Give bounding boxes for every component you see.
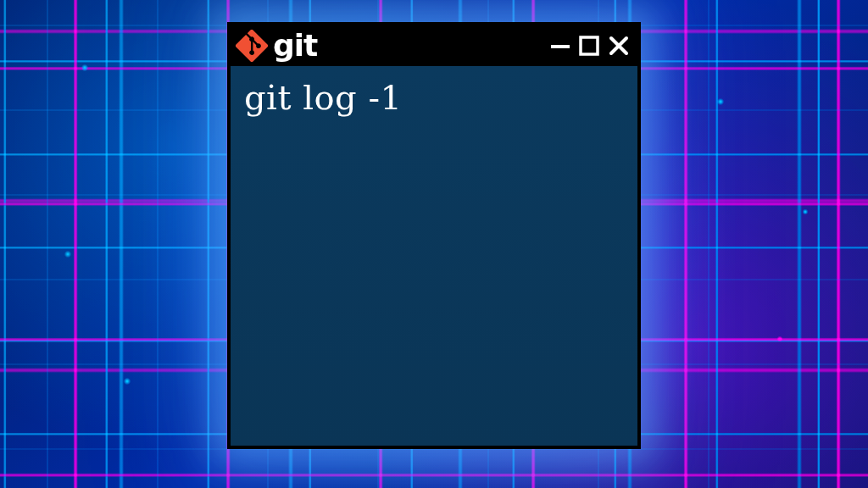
svg-rect-0 (551, 45, 570, 48)
git-logo-icon (236, 30, 268, 62)
terminal-body[interactable]: git log -1 (231, 66, 637, 446)
window-controls (549, 34, 631, 58)
close-button[interactable] (607, 34, 631, 58)
command-text: git log -1 (244, 78, 624, 117)
close-icon (607, 34, 631, 58)
minimize-icon (549, 35, 571, 57)
maximize-button[interactable] (578, 35, 600, 57)
terminal-window: git git log -1 (227, 22, 641, 449)
titlebar[interactable]: git (231, 25, 637, 66)
minimize-button[interactable] (549, 35, 571, 57)
window-title: git (273, 30, 544, 61)
maximize-icon (578, 35, 600, 57)
svg-rect-1 (581, 37, 598, 54)
